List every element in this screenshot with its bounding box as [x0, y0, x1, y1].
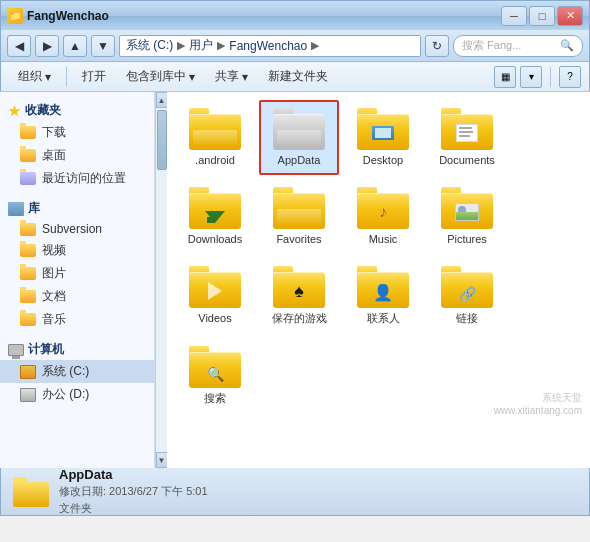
organize-button[interactable]: 组织 ▾ [9, 65, 60, 89]
nav-bar: ◀ ▶ ▲ ▼ 系统 (C:) ▶ 用户 ▶ FangWenchao ▶ ↻ 搜… [0, 30, 590, 62]
minimize-button[interactable]: ─ [501, 6, 527, 26]
file-item-favorites[interactable]: Favorites [259, 179, 339, 254]
main-area: ★ 收藏夹 下载 桌面 最近访问的位置 库 [0, 92, 590, 468]
share-button[interactable]: 共享 ▾ [206, 65, 257, 89]
file-label-contacts: 联系人 [367, 312, 400, 325]
view-list-button[interactable]: ▾ [520, 66, 542, 88]
scroll-down-button[interactable]: ▼ [156, 452, 168, 468]
sidebar-item-recent[interactable]: 最近访问的位置 [0, 167, 154, 190]
file-item-downloads[interactable]: Downloads [175, 179, 255, 254]
status-bar: AppData 修改日期: 2013/6/27 下午 5:01 文件夹 [0, 468, 590, 516]
refresh-button[interactable]: ↻ [425, 35, 449, 57]
file-item-music[interactable]: ♪ Music [343, 179, 423, 254]
address-part-2[interactable]: 用户 [189, 37, 213, 54]
sidebar-item-music[interactable]: 音乐 [0, 308, 154, 331]
open-button[interactable]: 打开 [73, 65, 115, 89]
file-item-links[interactable]: 🔗 链接 [427, 258, 507, 333]
file-item-contacts[interactable]: 👤 联系人 [343, 258, 423, 333]
file-item-pictures[interactable]: Pictures [427, 179, 507, 254]
libraries-section: 库 Subversion 视频 图片 文档 音乐 [0, 198, 154, 331]
forward-button[interactable]: ▶ [35, 35, 59, 57]
include-in-lib-button[interactable]: 包含到库中 ▾ [117, 65, 204, 89]
title-bar: 📁 FangWenchao ─ □ ✕ [0, 0, 590, 30]
file-label-search: 搜索 [204, 392, 226, 405]
sidebar-item-documents[interactable]: 文档 [0, 285, 154, 308]
status-file-name: AppData [59, 467, 208, 482]
music-folder-icon [20, 313, 36, 326]
file-item-videos[interactable]: Videos [175, 258, 255, 333]
folder-icon-links: 🔗 [441, 266, 493, 308]
sidebar-item-pictures[interactable]: 图片 [0, 262, 154, 285]
up-button[interactable]: ▲ [63, 35, 87, 57]
folder-icon [20, 267, 36, 280]
maximize-button[interactable]: □ [529, 6, 555, 26]
sidebar-item-video[interactable]: 视频 [0, 239, 154, 262]
folder-icon-desktop [357, 108, 409, 150]
folder-icon-pictures [441, 187, 493, 229]
file-item-appdata[interactable]: AppData [259, 100, 339, 175]
search-placeholder: 搜索 Fang... [462, 38, 521, 53]
file-item-documents[interactable]: Documents [427, 100, 507, 175]
folder-icon-saved-games: ♠ [273, 266, 325, 308]
new-folder-button[interactable]: 新建文件夹 [259, 65, 337, 89]
file-label-desktop: Desktop [363, 154, 403, 167]
file-item-saved-games[interactable]: ♠ 保存的游戏 [259, 258, 339, 333]
file-label-documents: Documents [439, 154, 495, 167]
folder-icon [20, 244, 36, 257]
help-button[interactable]: ? [559, 66, 581, 88]
toolbar-separator [66, 67, 67, 87]
folder-icon-android [189, 108, 241, 150]
back-button[interactable]: ◀ [7, 35, 31, 57]
recent-button[interactable]: ▼ [91, 35, 115, 57]
folder-icon-documents [441, 108, 493, 150]
address-sep-3: ▶ [311, 39, 319, 52]
toolbar: 组织 ▾ 打开 包含到库中 ▾ 共享 ▾ 新建文件夹 ▦ ▾ ? [0, 62, 590, 92]
status-info: AppData 修改日期: 2013/6/27 下午 5:01 文件夹 [59, 467, 208, 516]
sidebar-scrollbar[interactable]: ▲ ▼ [155, 92, 167, 468]
favorites-section: ★ 收藏夹 下载 桌面 最近访问的位置 [0, 100, 154, 190]
toolbar-right: ▦ ▾ ? [494, 66, 581, 88]
c-drive-icon [20, 365, 36, 379]
file-item-desktop[interactable]: Desktop [343, 100, 423, 175]
address-part-3[interactable]: FangWenchao [229, 39, 307, 53]
folder-icon-appdata [273, 108, 325, 150]
folder-icon [20, 126, 36, 139]
folder-icon-music: ♪ [357, 187, 409, 229]
file-label-android: .android [195, 154, 235, 167]
sidebar-item-desktop[interactable]: 桌面 [0, 144, 154, 167]
file-label-favorites: Favorites [276, 233, 321, 246]
status-meta: 修改日期: 2013/6/27 下午 5:01 [59, 484, 208, 499]
sidebar-item-subversion[interactable]: Subversion [0, 219, 154, 239]
toolbar-separator-2 [550, 67, 551, 87]
address-bar[interactable]: 系统 (C:) ▶ 用户 ▶ FangWenchao ▶ [119, 35, 421, 57]
library-icon [8, 202, 24, 216]
scroll-up-button[interactable]: ▲ [156, 92, 168, 108]
file-item-search[interactable]: 🔍 搜索 [175, 338, 255, 413]
status-type: 文件夹 [59, 501, 208, 516]
window-controls: ─ □ ✕ [501, 6, 583, 26]
computer-icon [8, 344, 24, 356]
scroll-thumb[interactable] [157, 110, 167, 170]
view-large-icon-button[interactable]: ▦ [494, 66, 516, 88]
close-button[interactable]: ✕ [557, 6, 583, 26]
file-label-saved-games: 保存的游戏 [272, 312, 327, 325]
file-label-links: 链接 [456, 312, 478, 325]
file-grid: .android AppData [175, 100, 582, 413]
file-label-videos: Videos [198, 312, 231, 325]
status-folder-icon [13, 477, 49, 507]
window-title: FangWenchao [27, 9, 109, 23]
computer-header: 计算机 [0, 339, 154, 360]
folder-icon [20, 149, 36, 162]
file-label-music: Music [369, 233, 398, 246]
folder-icon-videos [189, 266, 241, 308]
libraries-header: 库 [0, 198, 154, 219]
search-bar[interactable]: 搜索 Fang... 🔍 [453, 35, 583, 57]
address-sep-2: ▶ [217, 39, 225, 52]
address-part-1[interactable]: 系统 (C:) [126, 37, 173, 54]
file-item-android[interactable]: .android [175, 100, 255, 175]
d-drive-icon [20, 388, 36, 402]
sidebar-item-c-drive[interactable]: 系统 (C:) [0, 360, 154, 383]
sidebar-item-d-drive[interactable]: 办公 (D:) [0, 383, 154, 406]
file-label-downloads: Downloads [188, 233, 242, 246]
sidebar-item-download[interactable]: 下载 [0, 121, 154, 144]
